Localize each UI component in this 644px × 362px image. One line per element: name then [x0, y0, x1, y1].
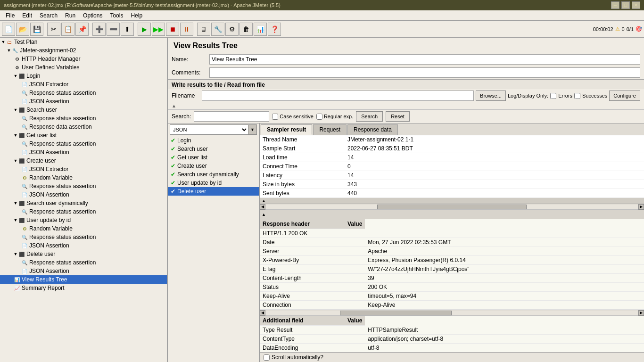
tree-item-response-status-6[interactable]: 🔍 Response status assertion	[0, 233, 167, 241]
tree-item-http-header[interactable]: ⚙ HTTP Header Manager	[0, 55, 167, 63]
reset-button[interactable]: Reset	[386, 111, 410, 122]
scroll-up-btn[interactable]: ▲	[262, 198, 266, 203]
result-item-search-user[interactable]: ✔ Search user	[168, 145, 259, 153]
tree-item-summary[interactable]: 📈 Summary Report	[0, 284, 167, 292]
tree-item-view-results[interactable]: 📊 View Results Tree	[0, 275, 167, 284]
collapse-arrow-get[interactable]: ▼	[13, 133, 18, 138]
tree-item-response-status-5[interactable]: 🔍 Response status assertion	[0, 207, 167, 216]
menu-search[interactable]: Search	[36, 11, 61, 20]
add-btn[interactable]: ➕	[92, 23, 106, 36]
tree-item-user-vars[interactable]: ⚙ User Defined Variables	[0, 63, 167, 72]
tree-item-json-assert-2[interactable]: 📄 JSON Assertion	[0, 148, 167, 156]
resp-scroll-up[interactable]: ▲	[262, 212, 266, 217]
tree-item-json-extractor-1[interactable]: 📄 JSON Extractor	[0, 80, 167, 89]
menu-file[interactable]: File	[2, 11, 18, 20]
function-btn[interactable]: ⚙	[225, 23, 239, 36]
tree-item-get-user-list[interactable]: ▼ ⬛ Get user list	[0, 131, 167, 140]
results-format-select[interactable]: JSON Text XML HTML	[170, 124, 248, 135]
h-scroll-thumb[interactable]	[377, 205, 526, 209]
menu-tools[interactable]: Tools	[106, 11, 127, 20]
h-scroll2-left[interactable]: ◀	[260, 310, 265, 316]
result-item-user-update[interactable]: ✔ User update by id	[168, 179, 259, 187]
move-btn[interactable]: ⬆	[121, 23, 134, 36]
collapse-arrow-login[interactable]: ▼	[13, 74, 18, 78]
paste-btn[interactable]: 📌	[75, 23, 89, 36]
tree-item-search-user[interactable]: ▼ ⬛ Search user	[0, 106, 167, 114]
window-controls[interactable]: ─ □ ✕	[611, 1, 640, 9]
tree-item-json-assert-4[interactable]: 📄 JSON Assertion	[0, 241, 167, 250]
maximize-btn[interactable]: □	[621, 1, 630, 9]
tree-item-response-status-1[interactable]: 🔍 Response status assertion	[0, 89, 167, 97]
successes-checkbox[interactable]	[574, 93, 580, 99]
save-btn[interactable]: 💾	[30, 23, 43, 36]
regular-exp-checkbox[interactable]	[316, 114, 322, 120]
result-item-create-user[interactable]: ✔ Create user	[168, 162, 259, 170]
menu-options[interactable]: Options	[79, 11, 106, 20]
tree-item-random-var-1[interactable]: ⚙ Random Variable	[0, 173, 167, 182]
tab-sampler-result[interactable]: Sampler result	[261, 124, 312, 135]
collapse-arrow-create[interactable]: ▼	[13, 158, 18, 163]
collapse-arrow-jmeter[interactable]: ▼	[7, 48, 11, 53]
menu-edit[interactable]: Edit	[18, 11, 36, 20]
tree-item-jmeter-assignment[interactable]: ▼ 🔧 JMeter-assignment-02	[0, 46, 167, 55]
case-sensitive-checkbox[interactable]	[272, 114, 278, 120]
collapse-arrow-search[interactable]: ▼	[13, 107, 18, 112]
result-item-search-dyn[interactable]: ✔ Search user dynamically	[168, 170, 259, 179]
tree-item-user-update[interactable]: ▼ ⬛ User update by id	[0, 216, 167, 224]
h-scroll-left[interactable]: ◀	[260, 204, 265, 210]
configure-button[interactable]: Configure	[609, 90, 640, 101]
browse-button[interactable]: Browse...	[476, 90, 506, 101]
tree-item-json-assert-5[interactable]: 📄 JSON Assertion	[0, 267, 167, 275]
result-item-get-user-list[interactable]: ✔ Get user list	[168, 153, 259, 162]
shutdown-btn[interactable]: ⏸	[180, 23, 193, 36]
tree-item-create-user[interactable]: ▼ ⬛ Create user	[0, 156, 167, 165]
name-input[interactable]	[209, 54, 640, 65]
tree-item-delete-user[interactable]: ▼ ⬛ Delete user	[0, 250, 167, 258]
filename-input[interactable]	[202, 90, 474, 101]
menu-help[interactable]: Help	[127, 11, 146, 20]
search-button[interactable]: Search	[356, 111, 383, 122]
close-btn[interactable]: ✕	[632, 1, 640, 9]
tree-item-json-assert-1[interactable]: 📄 JSON Assertion	[0, 97, 167, 106]
tree-item-response-data-1[interactable]: 🔍 Response data assertion	[0, 123, 167, 131]
list-btn[interactable]: 📊	[254, 23, 267, 36]
tree-item-response-status-2[interactable]: 🔍 Response status assertion	[0, 114, 167, 123]
remote-stop-btn[interactable]: 🔧	[211, 23, 224, 36]
search-input[interactable]	[194, 111, 269, 122]
open-btn[interactable]: 📂	[16, 23, 29, 36]
remove-btn[interactable]: ➖	[107, 23, 120, 36]
tree-item-json-assert-3[interactable]: 📄 JSON Assertion	[0, 190, 167, 199]
minimize-btn[interactable]: ─	[611, 1, 619, 9]
tree-item-response-status-7[interactable]: 🔍 Response status assertion	[0, 258, 167, 267]
copy-btn[interactable]: 📋	[61, 23, 74, 36]
new-btn[interactable]: 📄	[2, 23, 15, 36]
tree-item-login[interactable]: ▼ ⬛ Login	[0, 72, 167, 80]
cut-btn[interactable]: ✂	[47, 23, 60, 36]
start-no-pause-btn[interactable]: ▶▶	[152, 23, 165, 36]
stop-btn[interactable]: ⏹	[166, 23, 179, 36]
scroll-auto-checkbox[interactable]	[264, 354, 270, 361]
dropdown-arrow[interactable]: ▼	[248, 124, 257, 135]
h-scroll2-thumb[interactable]	[340, 311, 452, 315]
tree-item-json-ext-2[interactable]: 📄 JSON Extractor	[0, 165, 167, 173]
h-scroll2-right[interactable]: ▶	[638, 310, 644, 316]
start-btn[interactable]: ▶	[138, 23, 151, 36]
collapse-arrow[interactable]: ▼	[1, 40, 6, 44]
tree-item-response-status-3[interactable]: 🔍 Response status assertion	[0, 140, 167, 148]
result-item-login[interactable]: ✔ Login	[168, 136, 259, 145]
errors-checkbox[interactable]	[550, 93, 556, 99]
clear-btn[interactable]: 🗑	[239, 23, 253, 36]
remote-start-btn[interactable]: 🖥	[197, 23, 210, 36]
menu-run[interactable]: Run	[61, 11, 79, 20]
tab-request[interactable]: Request	[313, 124, 347, 135]
tree-item-response-status-4[interactable]: 🔍 Response status assertion	[0, 182, 167, 190]
tree-item-random-var-2[interactable]: ⚙ Random Variable	[0, 224, 167, 233]
tab-response-data[interactable]: Response data	[347, 124, 398, 135]
tree-item-test-plan[interactable]: ▼ 🗂 Test Plan	[0, 38, 167, 46]
comments-input[interactable]	[209, 67, 640, 78]
collapse-arrow-dyn[interactable]: ▼	[13, 201, 18, 206]
result-item-delete[interactable]: ✔ Delete user	[168, 187, 259, 196]
tree-item-search-dyn[interactable]: ▼ ⬛ Search user dynamically	[0, 199, 167, 207]
collapse-arrow-update[interactable]: ▼	[13, 218, 18, 222]
collapse-arrow-delete[interactable]: ▼	[13, 252, 18, 256]
